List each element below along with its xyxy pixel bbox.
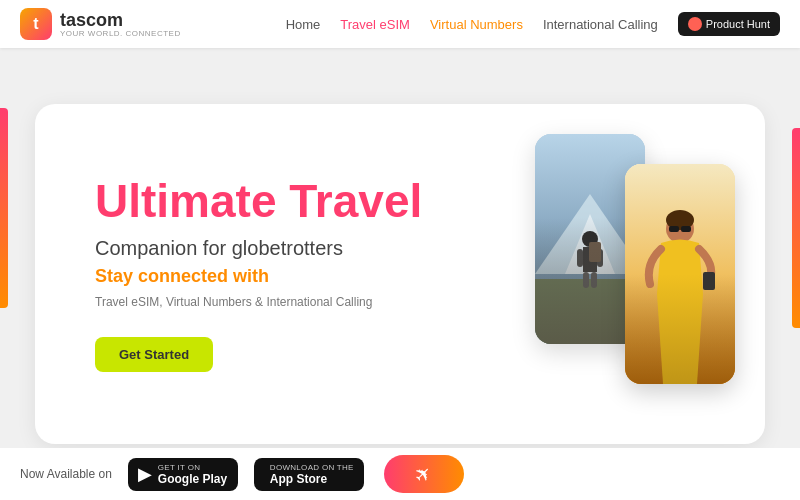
header: t tascom YOUR WORLD. CONNECTED Home Trav…	[0, 0, 800, 48]
google-play-button[interactable]: ▶ GET IT ON Google Play	[128, 458, 238, 491]
woman-svg	[625, 164, 735, 384]
nav-virtual-numbers[interactable]: Virtual Numbers	[430, 17, 523, 32]
svg-rect-7	[597, 249, 603, 267]
hero-content: Ultimate Travel Companion for globetrott…	[35, 126, 535, 422]
app-store-button[interactable]: Download on the App Store	[254, 458, 364, 491]
hero-description: Travel eSIM, Virtual Numbers & Internati…	[95, 295, 475, 309]
phone-front	[625, 164, 735, 384]
app-store-sub: Download on the	[270, 463, 354, 472]
now-available-label: Now Available on	[20, 467, 112, 481]
nav-travel-esim[interactable]: Travel eSIM	[340, 17, 410, 32]
hero-card: Ultimate Travel Companion for globetrott…	[35, 104, 765, 444]
phone-front-image	[625, 164, 735, 384]
nav-home[interactable]: Home	[286, 17, 321, 32]
navigation: Home Travel eSIM Virtual Numbers Interna…	[286, 12, 780, 36]
bottom-bar: Now Available on ▶ GET IT ON Google Play…	[0, 448, 800, 500]
hero-subtitle: Companion for globetrotters	[95, 237, 475, 260]
phones-visual	[535, 124, 735, 424]
svg-rect-14	[669, 226, 679, 232]
product-hunt-label: Product Hunt	[706, 18, 770, 30]
google-play-icon: ▶	[138, 465, 152, 483]
flight-button[interactable]: ✈	[384, 455, 464, 493]
product-hunt-button[interactable]: Product Hunt	[678, 12, 780, 36]
logo: t tascom YOUR WORLD. CONNECTED	[20, 8, 181, 40]
svg-rect-11	[625, 164, 735, 384]
svg-rect-5	[583, 247, 597, 272]
svg-rect-15	[681, 226, 691, 232]
hero-title: Ultimate Travel	[95, 176, 475, 227]
main-content: Ultimate Travel Companion for globetrott…	[0, 48, 800, 500]
svg-rect-6	[577, 249, 583, 267]
google-play-sub: GET IT ON	[158, 463, 227, 472]
product-hunt-icon	[688, 17, 702, 31]
svg-marker-2	[565, 214, 615, 274]
logo-name: tascom	[60, 11, 181, 29]
svg-rect-9	[591, 272, 597, 288]
logo-tagline: YOUR WORLD. CONNECTED	[60, 29, 181, 38]
airplane-icon: ✈	[409, 460, 438, 489]
side-bar-left	[0, 108, 8, 308]
hero-connected-text: Stay connected with	[95, 266, 475, 287]
app-store-text: Download on the App Store	[270, 463, 354, 486]
side-bar-right	[792, 128, 800, 328]
app-store-main: App Store	[270, 472, 354, 486]
google-play-main: Google Play	[158, 472, 227, 486]
svg-rect-10	[589, 242, 601, 262]
svg-rect-8	[583, 272, 589, 288]
google-play-text: GET IT ON Google Play	[158, 463, 227, 486]
get-started-button[interactable]: Get Started	[95, 337, 213, 372]
nav-international-calling[interactable]: International Calling	[543, 17, 658, 32]
svg-rect-16	[703, 272, 715, 290]
svg-point-4	[582, 231, 598, 247]
logo-text: tascom YOUR WORLD. CONNECTED	[60, 11, 181, 38]
logo-icon: t	[20, 8, 52, 40]
